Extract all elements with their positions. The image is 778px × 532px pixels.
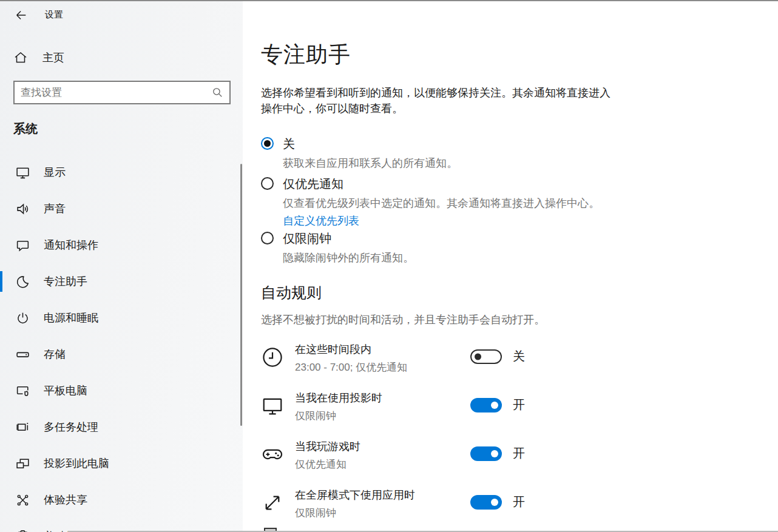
power-icon xyxy=(15,310,30,326)
sidebar-section-heading: 系统 xyxy=(13,121,38,137)
rule-title[interactable]: 当我在使用投影时 xyxy=(295,391,382,405)
toggle-knob xyxy=(491,402,498,409)
rule-subtitle: 仅限闹钟 xyxy=(295,409,382,423)
radio-unselected-icon[interactable] xyxy=(261,232,274,244)
radio-option-off[interactable]: 关 获取来自应用和联系人的所有通知。 xyxy=(261,136,458,170)
rule-subtitle: 23:00 - 7:00; 仅优先通知 xyxy=(295,360,407,374)
radio-label: 仅优先通知 xyxy=(283,176,600,192)
sidebar-item-tablet[interactable]: 平板电脑 xyxy=(0,379,240,403)
sidebar-item-notifications[interactable]: 通知和操作 xyxy=(0,233,240,257)
sidebar-item-label: 电源和睡眠 xyxy=(44,311,98,325)
back-arrow-icon xyxy=(15,8,28,22)
multitasking-icon xyxy=(15,419,30,435)
toggle-knob xyxy=(491,499,498,506)
focus-assist-icon xyxy=(15,274,30,289)
toggle-state-label: 开 xyxy=(513,494,525,510)
back-button[interactable] xyxy=(11,6,32,24)
gamepad-icon xyxy=(261,443,284,466)
rule-subtitle: 仅限闹钟 xyxy=(295,506,415,520)
sidebar-item-home[interactable]: 主页 xyxy=(13,47,64,68)
tablet-icon xyxy=(15,383,30,399)
project-to-pc-icon xyxy=(15,456,30,471)
clock-icon xyxy=(261,346,284,369)
rule-title[interactable]: 在这些时间段内 xyxy=(295,342,407,357)
radio-selected-icon[interactable] xyxy=(261,137,274,150)
shared-experiences-icon xyxy=(15,492,30,508)
radio-option-priority-only[interactable]: 仅优先通知 仅查看优先级列表中选定的通知。其余通知将直接进入操作中心。 自定义优… xyxy=(261,176,600,228)
sidebar-item-focus-assist[interactable]: 专注助手 xyxy=(0,269,240,294)
sidebar-item-label: 显示 xyxy=(44,165,66,180)
toggle-state-label: 开 xyxy=(513,445,525,462)
settings-window: 设置 主页 系统 显示 声音 xyxy=(0,0,778,532)
rule-texts: 当我玩游戏时 仅优先通知 xyxy=(295,439,360,471)
auto-rules-description: 选择不想被打扰的时间和活动，并且专注助手会自动打开。 xyxy=(261,312,545,327)
clipboard-icon xyxy=(15,528,30,532)
main-content: 专注助手 选择你希望看到和听到的通知，以便能够保持关注。其余通知将直接进入操作中… xyxy=(243,1,778,532)
search-icon xyxy=(212,87,223,98)
sidebar-home-label: 主页 xyxy=(42,50,64,65)
sidebar-item-sound[interactable]: 声音 xyxy=(0,197,240,221)
sidebar: 设置 主页 系统 显示 声音 xyxy=(0,1,243,532)
sidebar-item-label: 通知和操作 xyxy=(44,238,98,252)
sidebar-item-label: 专注助手 xyxy=(44,274,87,289)
rule-row-gaming: 当我玩游戏时 仅优先通知 开 xyxy=(261,439,601,473)
rule-title[interactable]: 在全屏模式下使用应用时 xyxy=(295,488,415,502)
page-title: 专注助手 xyxy=(261,40,351,70)
toggle-state-label: 关 xyxy=(513,348,525,365)
toggle-knob xyxy=(491,450,498,457)
sidebar-item-storage[interactable]: 存储 xyxy=(0,342,240,366)
window-title: 设置 xyxy=(45,9,63,21)
customize-priority-list-link[interactable]: 自定义优先列表 xyxy=(283,214,359,228)
search-box[interactable] xyxy=(13,81,231,104)
rule-title[interactable]: 当我玩游戏时 xyxy=(295,439,360,454)
sidebar-scrollbar[interactable] xyxy=(240,164,242,426)
toggle-knob xyxy=(475,354,481,360)
page-description: 选择你希望看到和听到的通知，以便能够保持关注。其余通知将直接进入操作中心，你可以… xyxy=(261,85,614,116)
sidebar-item-power-sleep[interactable]: 电源和睡眠 xyxy=(0,306,240,330)
home-icon xyxy=(13,50,28,65)
search-input[interactable] xyxy=(21,87,212,99)
rule-texts: 当我在使用投影时 仅限闹钟 xyxy=(295,391,382,423)
radio-description: 隐藏除闹钟外的所有通知。 xyxy=(283,251,414,265)
rule-subtitle: 仅优先通知 xyxy=(295,457,360,471)
sidebar-item-label: 平板电脑 xyxy=(44,383,87,398)
fullscreen-arrows-icon xyxy=(261,491,284,514)
sidebar-item-label: 多任务处理 xyxy=(44,420,98,434)
radio-label: 关 xyxy=(283,136,458,152)
rule-toggle-on[interactable] xyxy=(470,446,502,461)
selected-indicator xyxy=(0,271,2,292)
sidebar-item-label: 存储 xyxy=(44,347,66,362)
toggle-state-label: 开 xyxy=(513,397,525,413)
storage-icon xyxy=(15,346,30,362)
notifications-icon xyxy=(15,237,30,253)
sidebar-item-project-to-pc[interactable]: 投影到此电脑 xyxy=(0,451,240,476)
radio-option-alarms-only[interactable]: 仅限闹钟 隐藏除闹钟外的所有通知。 xyxy=(261,231,414,265)
radio-label: 仅限闹钟 xyxy=(283,231,414,247)
sidebar-item-label: 声音 xyxy=(44,201,66,216)
rule-row-time-period: 在这些时间段内 23:00 - 7:00; 仅优先通知 关 xyxy=(261,342,601,376)
rule-row-duplicating-display: 当我在使用投影时 仅限闹钟 开 xyxy=(261,391,601,425)
rule-row-fullscreen: 在全屏模式下使用应用时 仅限闹钟 开 xyxy=(261,488,601,522)
rule-toggle-off[interactable] xyxy=(470,349,502,364)
rule-texts: 在全屏模式下使用应用时 仅限闹钟 xyxy=(295,488,415,520)
rule-texts: 在这些时间段内 23:00 - 7:00; 仅优先通知 xyxy=(295,342,407,374)
display-icon xyxy=(15,164,30,180)
sidebar-item-multitasking[interactable]: 多任务处理 xyxy=(0,415,240,439)
radio-description: 获取来自应用和联系人的所有通知。 xyxy=(283,156,458,170)
sidebar-item-label: 投影到此电脑 xyxy=(44,456,109,471)
rule-toggle-on[interactable] xyxy=(470,398,502,412)
rule-toggle-on[interactable] xyxy=(470,495,502,510)
auto-rules-heading: 自动规则 xyxy=(261,283,322,303)
sidebar-item-shared-experiences[interactable]: 体验共享 xyxy=(0,488,240,512)
projecting-display-icon xyxy=(261,394,284,417)
sidebar-item-display[interactable]: 显示 xyxy=(0,160,240,184)
radio-unselected-icon[interactable] xyxy=(261,177,274,190)
sidebar-item-label: 体验共享 xyxy=(44,493,87,507)
sound-icon xyxy=(15,201,30,217)
radio-description: 仅查看优先级列表中选定的通知。其余通知将直接进入操作中心。 xyxy=(283,196,600,210)
